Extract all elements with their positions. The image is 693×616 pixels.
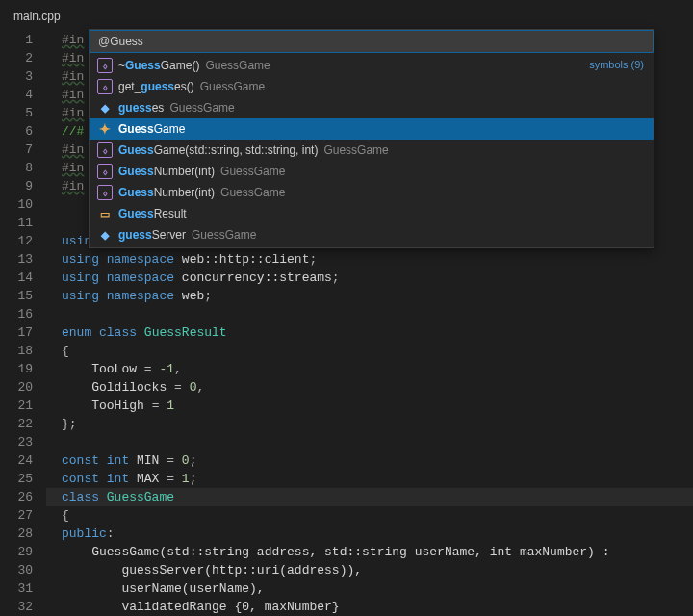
method-icon: ⬨ bbox=[97, 58, 113, 73]
tab-bar: main.cpp bbox=[0, 0, 693, 29]
code-line[interactable]: validatedRange {0, maxNumber} bbox=[46, 598, 693, 616]
code-line[interactable]: const int MAX = 1; bbox=[46, 470, 693, 488]
code-line[interactable]: { bbox=[46, 342, 693, 360]
symbol-detail: GuessGame bbox=[220, 165, 285, 178]
symbol-label: guessServer bbox=[118, 228, 186, 242]
symbol-detail: GuessGame bbox=[323, 143, 388, 157]
enum-icon: ▭ bbox=[97, 206, 113, 221]
method-icon: ⬨ bbox=[97, 142, 113, 158]
symbol-label: get_guesses() bbox=[118, 80, 194, 93]
method-icon: ⬨ bbox=[97, 79, 113, 94]
symbol-label: GuessNumber(int) bbox=[118, 165, 215, 178]
symbol-detail: GuessGame bbox=[205, 59, 270, 72]
code-line[interactable]: TooHigh = 1 bbox=[46, 397, 693, 415]
code-line[interactable]: userName(userName), bbox=[46, 579, 693, 598]
code-line[interactable] bbox=[46, 433, 693, 451]
code-line[interactable]: guessServer(http::uri(address)), bbox=[46, 561, 693, 579]
symbol-item[interactable]: ⬨GuessNumber(int)GuessGame bbox=[90, 161, 654, 182]
code-line[interactable] bbox=[46, 305, 693, 323]
symbol-item[interactable]: ⬨~GuessGame()GuessGame bbox=[90, 55, 654, 76]
field-icon: ◆ bbox=[97, 227, 113, 243]
symbol-item[interactable]: ⬨get_guesses()GuessGame bbox=[90, 76, 654, 97]
code-line[interactable]: { bbox=[46, 506, 693, 525]
code-line[interactable]: using namespace concurrency::streams; bbox=[46, 269, 693, 287]
line-number-gutter: 1234567891011121314151617181920212223242… bbox=[0, 29, 46, 616]
class-icon: ✦ bbox=[97, 121, 113, 137]
field-icon: ◆ bbox=[97, 100, 113, 116]
symbol-count-label: symbols (9) bbox=[589, 59, 644, 70]
code-line[interactable]: }; bbox=[46, 415, 693, 433]
symbol-label: guesses bbox=[118, 101, 164, 115]
symbol-item[interactable]: ◆guessesGuessGame bbox=[90, 97, 654, 118]
symbol-detail: GuessGame bbox=[192, 228, 256, 242]
code-line[interactable]: GuessGame(std::string address, std::stri… bbox=[46, 543, 693, 561]
symbol-detail: GuessGame bbox=[169, 101, 234, 115]
code-line[interactable]: using namespace web::http::client; bbox=[46, 250, 693, 269]
code-line[interactable]: using namespace web; bbox=[46, 287, 693, 305]
method-icon: ⬨ bbox=[97, 164, 113, 179]
symbol-item[interactable]: ✦GuessGame bbox=[90, 118, 654, 140]
symbol-list: ⬨~GuessGame()GuessGame⬨get_guesses()Gues… bbox=[90, 53, 654, 247]
symbol-label: GuessGame bbox=[118, 122, 185, 136]
code-line[interactable]: TooLow = -1, bbox=[46, 360, 693, 378]
symbol-label: ~GuessGame() bbox=[118, 59, 199, 72]
symbol-label: GuessGame(std::string, std::string, int) bbox=[118, 143, 318, 157]
code-line[interactable]: enum class GuessResult bbox=[46, 323, 693, 342]
symbol-search-input[interactable] bbox=[90, 30, 654, 53]
symbol-item[interactable]: ⬨GuessNumber(int)GuessGame bbox=[90, 182, 654, 203]
code-line[interactable]: public: bbox=[46, 525, 693, 543]
symbol-label: GuessNumber(int) bbox=[118, 186, 215, 199]
symbol-label: GuessResult bbox=[118, 207, 187, 220]
symbol-detail: GuessGame bbox=[200, 80, 265, 93]
method-icon: ⬨ bbox=[97, 185, 113, 200]
symbol-item[interactable]: ◆guessServerGuessGame bbox=[90, 224, 654, 245]
symbol-search-popup: symbols (9) ⬨~GuessGame()GuessGame⬨get_g… bbox=[89, 29, 654, 248]
symbol-item[interactable]: ▭GuessResult bbox=[90, 203, 654, 224]
code-line[interactable]: class GuessGame bbox=[46, 488, 693, 506]
tab-main-cpp[interactable]: main.cpp bbox=[0, 4, 74, 29]
symbol-item[interactable]: ⬨GuessGame(std::string, std::string, int… bbox=[90, 140, 654, 161]
code-line[interactable]: Goldilocks = 0, bbox=[46, 378, 693, 397]
symbol-detail: GuessGame bbox=[220, 186, 285, 199]
code-line[interactable]: const int MIN = 0; bbox=[46, 451, 693, 470]
